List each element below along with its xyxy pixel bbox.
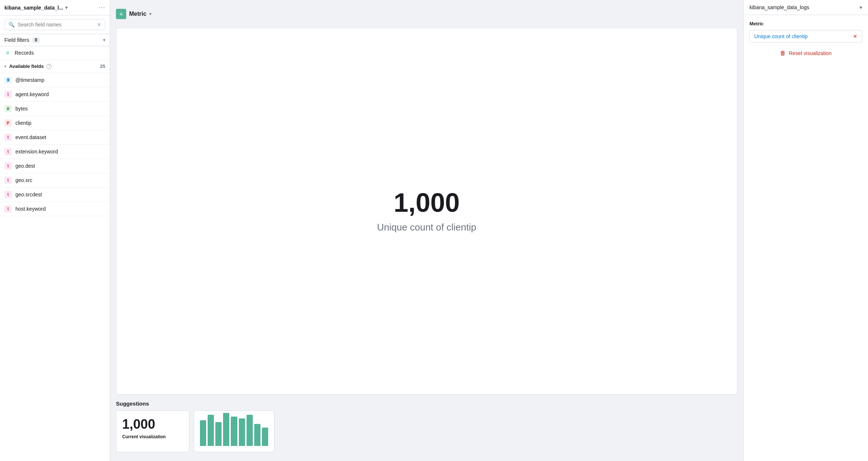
reset-visualization-button[interactable]: 🗑 Reset visualization xyxy=(750,46,862,61)
bar-chart xyxy=(200,417,268,446)
field-filters-text: Field filters xyxy=(4,37,29,43)
field-name-timestamp: @timestamp xyxy=(15,77,44,83)
bar-chart-bar xyxy=(223,413,229,446)
field-name-extension-keyword: extension.keyword xyxy=(15,149,58,155)
right-panel-content: Metric Unique count of clientip ✕ 🗑 Rese… xyxy=(744,15,868,461)
field-type-badge-date: 🗓 xyxy=(4,76,12,84)
field-name-bytes: bytes xyxy=(15,106,28,112)
suggestion-desc: Current visualization xyxy=(122,434,183,439)
suggestions-section: Suggestions 1,000 Current visualization xyxy=(116,400,737,455)
metric-value: 1,000 xyxy=(394,189,460,216)
field-type-badge-text7: t xyxy=(4,205,12,213)
search-icon: 🔍 xyxy=(8,22,15,28)
available-fields-label: Available fields xyxy=(9,63,44,69)
metric-display-label: Unique count of clientip xyxy=(377,222,476,233)
metric-pill-close-icon[interactable]: ✕ xyxy=(853,33,857,39)
field-row-bytes[interactable]: # bytes xyxy=(0,102,110,116)
suggestions-cards: 1,000 Current visualization xyxy=(116,410,737,452)
bar-chart-bar xyxy=(262,428,268,446)
metric-icon: ≡ xyxy=(116,9,126,19)
field-filters-chevron-icon: ▾ xyxy=(103,37,105,43)
field-name-geo-src: geo.src xyxy=(15,177,32,183)
collapse-icon: ▾ xyxy=(4,64,6,68)
data-source-title: kibana_sample_data_l... xyxy=(4,5,63,11)
search-container: 🔍 ✕ xyxy=(0,15,110,34)
field-filters-badge: 0 xyxy=(32,37,40,43)
trash-icon: 🗑 xyxy=(780,50,786,57)
reset-visualization-label: Reset visualization xyxy=(789,50,832,56)
right-panel: kibana_sample_data_logs ▾ Metric Unique … xyxy=(743,0,868,461)
right-panel-section-title: Metric xyxy=(750,21,862,26)
suggestion-card-barchart[interactable] xyxy=(194,410,274,452)
field-name-clientip: clientip xyxy=(15,120,32,126)
data-source-chevron-icon: ▾ xyxy=(65,5,68,10)
bar-chart-bar xyxy=(200,420,206,446)
metric-pill-label: Unique count of clientip xyxy=(754,33,808,39)
field-row-extension-keyword[interactable]: t extension.keyword xyxy=(0,145,110,159)
bar-chart-bar xyxy=(239,418,245,446)
main-content: ≡ Metric ▾ 1,000 Unique count of clienti… xyxy=(110,0,743,461)
field-row-host-keyword[interactable]: t host.keyword xyxy=(0,202,110,216)
info-icon: ? xyxy=(47,64,52,69)
field-row-timestamp[interactable]: 🗓 @timestamp xyxy=(0,73,110,87)
right-panel-dropdown-label: kibana_sample_data_logs xyxy=(750,4,809,10)
records-row[interactable]: # Records xyxy=(0,46,110,60)
bar-chart-bar xyxy=(231,417,237,446)
bar-chart-bar xyxy=(208,415,214,446)
field-name-host-keyword: host.keyword xyxy=(15,206,45,212)
metric-dropdown-icon[interactable]: ▾ xyxy=(149,11,152,17)
field-row-event-dataset[interactable]: t event.dataset xyxy=(0,130,110,145)
field-type-badge-text3: t xyxy=(4,148,12,155)
sidebar-field-list: # Records ▾ Available fields ? 25 🗓 @tim… xyxy=(0,46,110,461)
right-panel-chevron-icon: ▾ xyxy=(860,4,862,10)
available-fields-count: 25 xyxy=(100,63,105,69)
field-filters-label: Field filters 0 xyxy=(4,37,40,43)
field-type-badge-text4: t xyxy=(4,162,12,170)
metric-header: ≡ Metric ▾ xyxy=(116,6,737,22)
field-type-badge-hash: # xyxy=(4,105,12,112)
metric-icon-symbol: ≡ xyxy=(120,11,123,17)
search-input-wrap: 🔍 ✕ xyxy=(4,19,105,30)
field-row-agent-keyword[interactable]: t agent.keyword xyxy=(0,87,110,102)
bar-chart-bar xyxy=(247,415,253,446)
visualization-area: 1,000 Unique count of clientip xyxy=(116,28,737,395)
field-row-clientip[interactable]: P clientip xyxy=(0,116,110,130)
field-row-geo-srcdest[interactable]: t geo.srcdest xyxy=(0,188,110,202)
field-row-geo-src[interactable]: t geo.src xyxy=(0,173,110,188)
field-row-geo-dest[interactable]: t geo.dest xyxy=(0,159,110,173)
sidebar-options-icon[interactable]: ··· xyxy=(99,4,105,11)
bar-chart-bar xyxy=(215,422,222,446)
field-type-badge-text6: t xyxy=(4,191,12,198)
data-source-selector[interactable]: kibana_sample_data_l... ▾ xyxy=(4,5,68,11)
bar-chart-bar xyxy=(254,424,260,446)
metric-title: Metric xyxy=(129,11,146,17)
search-input[interactable] xyxy=(18,22,94,28)
metric-pill: Unique count of clientip ✕ xyxy=(750,30,862,43)
field-type-badge-text: t xyxy=(4,91,12,98)
field-type-badge-ip: P xyxy=(4,119,12,127)
field-type-badge-text2: t xyxy=(4,134,12,141)
field-name-geo-dest: geo.dest xyxy=(15,163,35,169)
suggestions-title: Suggestions xyxy=(116,400,737,407)
sidebar-header: kibana_sample_data_l... ▾ ··· xyxy=(0,0,110,15)
sidebar: kibana_sample_data_l... ▾ ··· 🔍 ✕ Field … xyxy=(0,0,110,461)
suggestion-value: 1,000 xyxy=(122,417,183,432)
field-name-agent-keyword: agent.keyword xyxy=(15,91,49,97)
right-panel-dropdown[interactable]: kibana_sample_data_logs ▾ xyxy=(744,0,868,15)
clear-search-icon[interactable]: ✕ xyxy=(97,22,101,28)
field-filters-row[interactable]: Field filters 0 ▾ xyxy=(0,34,110,46)
field-name-event-dataset: event.dataset xyxy=(15,134,46,140)
records-label: Records xyxy=(15,50,34,56)
available-fields-header[interactable]: ▾ Available fields ? 25 xyxy=(0,60,110,73)
field-type-badge-text5: t xyxy=(4,177,12,184)
field-name-geo-srcdest: geo.srcdest xyxy=(15,192,42,197)
records-hash-icon: # xyxy=(4,50,11,56)
suggestion-card-current[interactable]: 1,000 Current visualization xyxy=(116,410,189,452)
